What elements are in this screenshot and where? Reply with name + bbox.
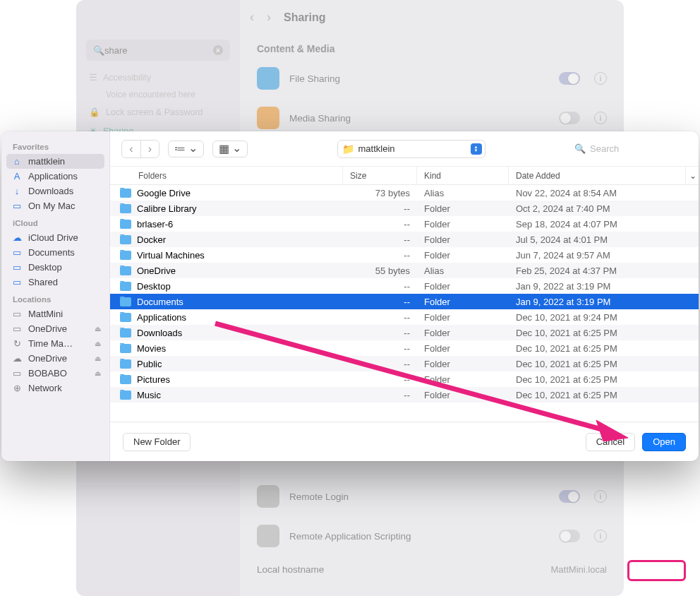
cell-size: -- (343, 250, 417, 261)
table-row[interactable]: Pictures--FolderDec 10, 2021 at 6:25 PM (110, 371, 699, 387)
back-nav-button[interactable]: ‹ (122, 141, 140, 157)
table-row[interactable]: Music--FolderDec 10, 2021 at 6:25 PM (110, 387, 699, 403)
sidebar-item[interactable]: ⊕Network (1, 381, 109, 395)
sidebar-icon: ↻ (11, 338, 23, 349)
sidebar-icon: ▭ (11, 277, 23, 287)
sidebar-item[interactable]: ↓Downloads (1, 184, 109, 198)
search-icon: 🔍 (574, 143, 586, 154)
table-row[interactable]: brlaser-6--FolderSep 18, 2024 at 4:07 PM (110, 216, 699, 232)
search-input[interactable]: 🔍 Search (574, 143, 687, 154)
sidebar-icon: ▭ (11, 201, 23, 211)
sidebar-item[interactable]: ▭Documents (1, 245, 109, 260)
new-folder-button[interactable]: New Folder (123, 433, 191, 451)
cell-date: Dec 10, 2021 at 6:25 PM (509, 328, 699, 338)
sidebar-item[interactable]: ▭Desktop (1, 260, 109, 275)
table-row[interactable]: Applications--FolderDec 10, 2021 at 9:24… (110, 309, 699, 325)
col-kind[interactable]: Kind (417, 167, 509, 184)
table-row[interactable]: Virtual Machines--FolderJun 7, 2024 at 9… (110, 247, 699, 263)
file-name: Pictures (137, 374, 170, 385)
file-name: brlaser-6 (137, 219, 173, 230)
table-row[interactable]: Documents--FolderJan 9, 2022 at 3:19 PM (110, 294, 699, 309)
cell-size: -- (343, 374, 417, 385)
cell-kind: Folder (417, 343, 509, 354)
cell-kind: Folder (417, 390, 509, 400)
cell-name: Pictures (110, 374, 343, 385)
sidebar-item[interactable]: ▭OneDrive⏏ (1, 321, 109, 336)
sidebar-item[interactable]: ▭BOBABO⏏ (1, 366, 109, 381)
cell-name: Google Drive (110, 188, 343, 198)
table-row[interactable]: Public--FolderDec 10, 2021 at 6:25 PM (110, 356, 699, 371)
cell-kind: Folder (417, 359, 509, 369)
col-date[interactable]: Date Added (509, 167, 686, 184)
table-row[interactable]: Movies--FolderDec 10, 2021 at 6:25 PM (110, 340, 699, 356)
table-row[interactable]: OneDrive55 bytesAliasFeb 25, 2024 at 4:3… (110, 263, 699, 278)
table-row[interactable]: Calibre Library--FolderOct 2, 2024 at 7:… (110, 201, 699, 216)
cell-kind: Folder (417, 328, 509, 338)
search-placeholder: Search (590, 143, 619, 154)
sidebar-item-label: MattMini (28, 309, 63, 319)
toolbar: ‹ › ≔⌄ ▦⌄ 📁 mattklein ▲▼ 🔍 Search (110, 131, 699, 167)
col-name[interactable]: Folders (110, 167, 343, 184)
cell-name: Docker (110, 234, 343, 245)
path-popup[interactable]: 📁 mattklein ▲▼ (337, 140, 485, 158)
sidebar-icon: A (11, 171, 23, 181)
cell-name: Public (110, 359, 343, 369)
open-button[interactable]: Open (642, 433, 686, 451)
sidebar-icon: ▭ (11, 262, 23, 273)
sidebar-item[interactable]: ▭On My Mac (1, 198, 109, 213)
sidebar-item[interactable]: AApplications (1, 169, 109, 184)
cell-name: Documents (110, 297, 343, 307)
folder-icon (120, 204, 131, 213)
table-row[interactable]: Google Drive73 bytesAliasNov 22, 2024 at… (110, 185, 699, 201)
col-size[interactable]: Size (343, 167, 417, 184)
cell-name: Calibre Library (110, 203, 343, 214)
grid-icon: ▦ (219, 142, 229, 155)
grid-view-button[interactable]: ▦⌄ (212, 141, 248, 157)
eject-icon[interactable]: ⏏ (95, 354, 101, 362)
cell-kind: Folder (417, 219, 509, 230)
cell-size: -- (343, 359, 417, 369)
sidebar-item[interactable]: ⌂mattklein (6, 154, 104, 169)
sidebar-icon: ▭ (11, 309, 23, 319)
sidebar-item-label: Applications (28, 171, 78, 181)
file-name: Movies (137, 343, 166, 354)
folder-icon (120, 297, 131, 306)
sidebar-icon: ⊕ (11, 383, 23, 393)
sidebar-icon: ⌂ (11, 156, 23, 167)
sort-indicator[interactable]: ⌄ (686, 167, 699, 184)
cell-kind: Folder (417, 281, 509, 292)
sidebar-item[interactable]: ▭Shared (1, 275, 109, 290)
cell-date: Jan 9, 2022 at 3:19 PM (509, 281, 699, 292)
eject-icon[interactable]: ⏏ (95, 340, 101, 347)
sidebar-item[interactable]: ↻Time Ma…⏏ (1, 336, 109, 351)
cell-kind: Folder (417, 250, 509, 261)
file-name: Desktop (137, 281, 171, 292)
nav-buttons: ‹ › (121, 140, 159, 158)
sidebar-item-label: OneDrive (28, 353, 67, 364)
eject-icon[interactable]: ⏏ (95, 369, 101, 377)
folder-icon (120, 313, 131, 322)
cell-date: Feb 25, 2024 at 4:37 PM (509, 266, 699, 276)
cell-size: -- (343, 219, 417, 230)
cancel-button[interactable]: Cancel (586, 433, 635, 451)
table-row[interactable]: Downloads--FolderDec 10, 2021 at 6:25 PM (110, 325, 699, 340)
sidebar-item-label: mattklein (28, 156, 65, 167)
sidebar-item[interactable]: ☁iCloud Drive (1, 230, 109, 245)
dropdown-arrows-icon: ▲▼ (471, 143, 482, 155)
table-row[interactable]: Docker--FolderJul 5, 2024 at 4:01 PM (110, 232, 699, 247)
folder-icon (120, 391, 131, 400)
cell-kind: Folder (417, 374, 509, 385)
folder-icon (120, 344, 131, 353)
sidebar-item[interactable]: ▭MattMini (1, 306, 109, 321)
list-view-button[interactable]: ≔⌄ (168, 141, 204, 157)
folder-icon (120, 189, 131, 198)
eject-icon[interactable]: ⏏ (95, 325, 101, 333)
chevron-down-icon: ⌄ (232, 141, 241, 155)
table-header: Folders Size Kind Date Added ⌄ (110, 167, 699, 185)
icloud-header: iCloud (1, 213, 109, 230)
file-name: Music (137, 390, 161, 400)
sidebar-item[interactable]: ☁OneDrive⏏ (1, 351, 109, 366)
cell-size: 73 bytes (343, 188, 417, 198)
forward-nav-button[interactable]: › (140, 141, 159, 157)
table-row[interactable]: Desktop--FolderJan 9, 2022 at 3:19 PM (110, 278, 699, 294)
